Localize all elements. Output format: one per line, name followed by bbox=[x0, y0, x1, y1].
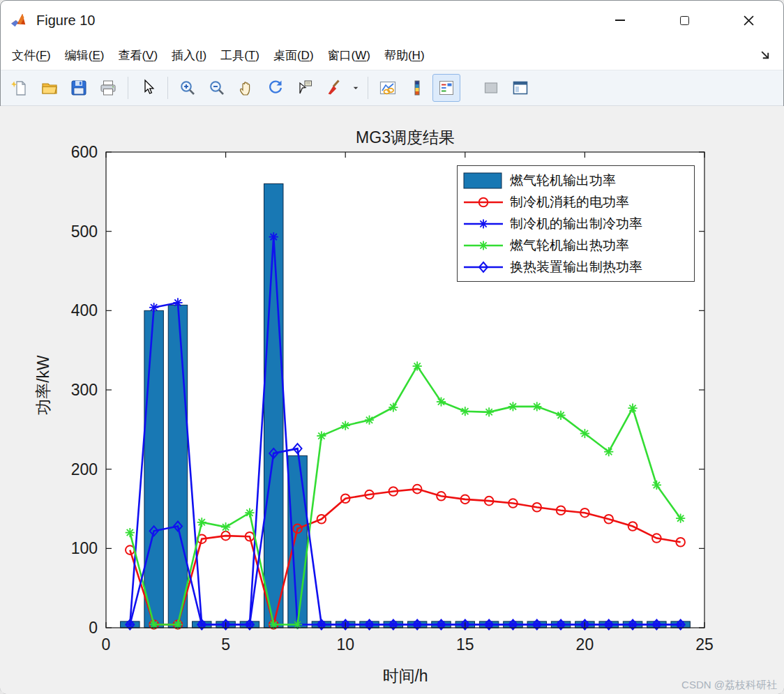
brush-data-button[interactable] bbox=[320, 74, 348, 102]
x-tick-label: 0 bbox=[102, 635, 111, 654]
link-plot-icon bbox=[379, 79, 397, 97]
figure-canvas: 05101520250100200300400500600 MG3调度结果 功率… bbox=[0, 106, 784, 694]
insert-colorbar-button[interactable] bbox=[403, 74, 431, 102]
plot-tools-dock-icon bbox=[511, 79, 529, 97]
rotate-icon bbox=[266, 79, 285, 97]
title-bar: Figure 10 bbox=[0, 0, 784, 40]
legend-icon bbox=[437, 79, 455, 97]
x-tick-label: 25 bbox=[695, 635, 714, 654]
new-document-icon bbox=[11, 79, 29, 97]
toolbar bbox=[0, 70, 784, 106]
y-tick-label: 600 bbox=[71, 143, 98, 161]
y-tick-label: 200 bbox=[71, 460, 98, 478]
maximize-icon bbox=[680, 16, 689, 25]
hand-icon bbox=[237, 79, 255, 97]
legend-label: 制冷机的输出制冷功率 bbox=[510, 215, 642, 233]
toolbar-separator bbox=[128, 77, 128, 99]
pointer-icon bbox=[139, 79, 157, 97]
open-folder-icon bbox=[40, 79, 59, 97]
save-icon bbox=[70, 79, 88, 97]
legend-label: 换热装置输出制热功率 bbox=[510, 258, 642, 276]
chart-title: MG3调度结果 bbox=[106, 127, 704, 149]
open-file-button[interactable] bbox=[36, 74, 63, 102]
legend-sample-diamond bbox=[463, 258, 504, 276]
y-tick-label: 300 bbox=[71, 381, 98, 399]
dock-arrow-icon bbox=[760, 50, 771, 61]
close-icon bbox=[744, 15, 754, 26]
data-cursor-icon bbox=[296, 79, 314, 97]
menu-item-5[interactable]: 工具(T) bbox=[216, 43, 264, 68]
legend-label: 燃气轮机输出热功率 bbox=[510, 236, 629, 255]
maximize-button[interactable] bbox=[668, 5, 700, 36]
menu-item-6[interactable]: 桌面(D) bbox=[269, 43, 319, 68]
dock-arrow-button[interactable] bbox=[760, 50, 777, 61]
link-plot-button[interactable] bbox=[374, 74, 402, 102]
legend-item-5[interactable]: 换热装置输出制热功率 bbox=[463, 256, 688, 278]
menu-bar: 文件(F)编辑(E)查看(V)插入(I)工具(T)桌面(D)窗口(W)帮助(H) bbox=[0, 40, 784, 70]
zoom-out-icon bbox=[208, 79, 226, 97]
legend-sample-bar bbox=[463, 172, 504, 190]
new-figure-button[interactable] bbox=[6, 74, 34, 102]
menu-item-7[interactable]: 窗口(W) bbox=[323, 43, 375, 68]
dropdown-caret-icon bbox=[351, 79, 361, 97]
legend-item-1[interactable]: 燃气轮机输出功率 bbox=[463, 169, 688, 191]
x-tick-label: 5 bbox=[221, 635, 230, 654]
x-tick-label: 10 bbox=[336, 635, 354, 654]
toolbar-separator bbox=[167, 77, 168, 99]
y-tick-label: 0 bbox=[89, 619, 98, 637]
bar bbox=[144, 310, 163, 628]
edit-plot-button[interactable] bbox=[134, 74, 162, 102]
brush-menu-button[interactable] bbox=[349, 74, 362, 102]
legend-item-3[interactable]: 制冷机的输出制冷功率 bbox=[463, 213, 688, 234]
watermark: CSDN @荔枝科研社 bbox=[681, 679, 777, 692]
x-tick-label: 15 bbox=[456, 635, 474, 654]
legend-sample-asterisk bbox=[463, 236, 504, 255]
show-plot-tools-button[interactable] bbox=[506, 74, 534, 102]
window-controls bbox=[572, 0, 784, 40]
menu-item-1[interactable]: 文件(F) bbox=[7, 43, 56, 68]
legend-label: 燃气轮机输出功率 bbox=[510, 172, 616, 190]
menu-item-4[interactable]: 插入(I) bbox=[167, 43, 211, 68]
legend-sample-circle bbox=[463, 193, 504, 211]
toolbar-separator bbox=[368, 77, 368, 99]
x-axis-label: 时间/h bbox=[106, 665, 704, 687]
menu-items: 文件(F)编辑(E)查看(V)插入(I)工具(T)桌面(D)窗口(W)帮助(H) bbox=[7, 43, 434, 68]
bar bbox=[288, 455, 307, 628]
legend-label: 制冷机消耗的电功率 bbox=[510, 193, 629, 211]
y-axis-label: 功率/kW bbox=[33, 355, 54, 415]
legend-sample-asterisk bbox=[463, 215, 504, 233]
legend-item-4[interactable]: 燃气轮机输出热功率 bbox=[463, 234, 688, 256]
zoom-in-button[interactable] bbox=[174, 74, 202, 102]
menu-item-8[interactable]: 帮助(H) bbox=[379, 43, 430, 68]
window-title: Figure 10 bbox=[36, 13, 96, 29]
y-tick-label: 400 bbox=[71, 301, 98, 319]
legend[interactable]: 燃气轮机输出功率制冷机消耗的电功率制冷机的输出制冷功率燃气轮机输出热功率换热装置… bbox=[457, 165, 695, 282]
minimize-button[interactable] bbox=[604, 5, 636, 36]
bar bbox=[168, 305, 187, 628]
pan-button[interactable] bbox=[232, 74, 260, 102]
y-tick-label: 100 bbox=[71, 539, 98, 557]
menu-item-2[interactable]: 编辑(E) bbox=[60, 43, 110, 68]
save-figure-button[interactable] bbox=[65, 74, 93, 102]
y-tick-label: 500 bbox=[71, 222, 98, 241]
legend-item-2[interactable]: 制冷机消耗的电功率 bbox=[463, 191, 688, 213]
minimize-icon bbox=[615, 20, 625, 21]
matlab-logo-icon bbox=[10, 11, 29, 30]
print-icon bbox=[99, 79, 117, 97]
print-figure-button[interactable] bbox=[94, 74, 122, 102]
menu-item-3[interactable]: 查看(V) bbox=[113, 43, 163, 68]
brush-icon bbox=[325, 79, 343, 97]
zoom-out-button[interactable] bbox=[203, 74, 231, 102]
colorbar-icon bbox=[408, 79, 426, 97]
hide-plot-tools-button[interactable] bbox=[477, 74, 505, 102]
insert-legend-button[interactable] bbox=[432, 74, 460, 102]
figure-window: Figure 10 文件(F)编辑(E)查看(V)插入(I)工具(T)桌面(D)… bbox=[0, 0, 784, 694]
plot-tools-off-icon bbox=[482, 79, 500, 97]
rotate-3d-button[interactable] bbox=[262, 74, 289, 102]
zoom-in-icon bbox=[179, 79, 197, 97]
x-tick-label: 20 bbox=[576, 635, 594, 654]
close-button[interactable] bbox=[732, 5, 764, 36]
data-cursor-button[interactable] bbox=[291, 74, 319, 102]
